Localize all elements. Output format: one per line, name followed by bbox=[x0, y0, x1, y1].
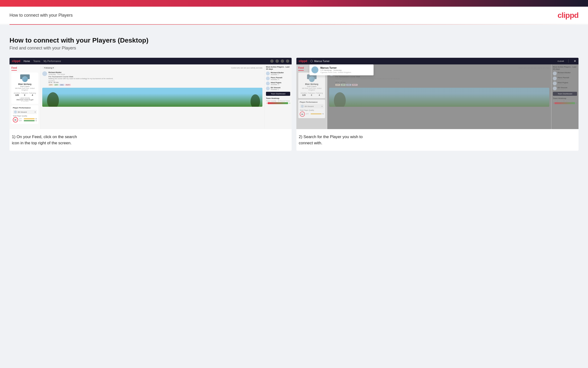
golf-image bbox=[42, 88, 263, 107]
activity-tags: OTT APP ARG PUTT bbox=[48, 84, 263, 86]
page-breadcrumb: How to connect with your Players bbox=[9, 13, 73, 18]
settings-icon[interactable] bbox=[281, 59, 284, 63]
profile-stats: Activities 129 Followers 3 Following 4 bbox=[13, 92, 36, 96]
mock-following-section: Following ▾ Control who can see your act… bbox=[42, 66, 263, 69]
following-btn[interactable]: Following ▾ bbox=[42, 66, 56, 69]
player-avatar-4 bbox=[266, 87, 270, 90]
player-avatar-1 bbox=[266, 72, 270, 75]
player-item-1: Richard Butler Activities: 7 bbox=[266, 72, 290, 75]
footer: Copyright Clippd 2022 bbox=[0, 364, 588, 368]
player-avatar-2 bbox=[266, 77, 270, 80]
mock-left-panel: Feed Blair McHarg Golf Coach Mil bbox=[9, 64, 40, 129]
tag-app: APP bbox=[54, 84, 59, 86]
activity-content: Richard Butler Yesterday · The Grove Pre… bbox=[48, 71, 263, 86]
activity-item: Richard Butler Yesterday · The Grove Pre… bbox=[42, 71, 263, 86]
most-active-title: Most Active Players - Last 30 days bbox=[266, 66, 290, 70]
player-select[interactable]: Eli Vincent ▾ bbox=[13, 110, 37, 114]
step1-text: 1) On your Feed, click on the searchicon… bbox=[9, 129, 292, 151]
activity-avatar bbox=[42, 71, 47, 76]
tag-arg: ARG bbox=[59, 84, 64, 86]
header: How to connect with your Players clippd bbox=[0, 7, 588, 24]
logo: clippd bbox=[558, 11, 579, 20]
search-dropdown: Marcus Turner 1-5 Handicap · Yesterday C… bbox=[309, 64, 374, 75]
mock-body-1: Feed Blair McHarg Golf Coach Mil bbox=[9, 64, 292, 129]
player-item-2: Piers Parnell Activities: 4 bbox=[266, 77, 290, 80]
mock-nav-home[interactable]: Home bbox=[24, 60, 30, 63]
tag-putt: PUTT bbox=[65, 84, 71, 86]
player-item-3: Hiral Pujara Activities: 3 bbox=[266, 82, 290, 85]
mock-logo-1: clippd bbox=[12, 59, 20, 63]
tag-ott: OTT bbox=[48, 84, 53, 86]
player-select-2[interactable]: Eli Vincent ▾ bbox=[300, 104, 324, 108]
control-link[interactable]: Control who can see your activity and da… bbox=[231, 67, 263, 69]
player-avatar-3 bbox=[266, 82, 270, 85]
close-btn[interactable]: ✕ bbox=[574, 59, 576, 63]
step1-label: 1) On your Feed, click on the searchicon… bbox=[12, 135, 77, 145]
mock-ui-1: clippd Home Teams My Performance F bbox=[9, 58, 292, 129]
search-result-item[interactable]: Marcus Turner 1-5 Handicap · Yesterday C… bbox=[311, 66, 372, 74]
mock-center-panel: Following ▾ Control who can see your act… bbox=[40, 64, 264, 129]
top-bar bbox=[0, 0, 588, 7]
mock-right-panel: Most Active Players - Last 30 days Richa… bbox=[264, 64, 292, 129]
profile-title: Golf Coach bbox=[13, 85, 36, 87]
page-subtitle: Find and connect with your Players bbox=[9, 46, 579, 51]
mock-profile-card: Blair McHarg Golf Coach Mill Ride Golf C… bbox=[11, 73, 38, 104]
heatmap-title: Team Heatmap bbox=[266, 97, 290, 99]
page-header: How to connect with your Players (Deskto… bbox=[9, 32, 579, 58]
step2-label: 2) Search for the Player you wish toconn… bbox=[299, 135, 363, 145]
mock-nav-perf[interactable]: My Performance bbox=[44, 60, 61, 63]
activity-meta: Yesterday · The Grove bbox=[48, 74, 263, 75]
player-perf-title: Player Performance bbox=[13, 107, 37, 109]
search-icon[interactable] bbox=[270, 59, 273, 63]
profile-icon[interactable] bbox=[286, 59, 289, 63]
screenshot-2: clippd Marcus Turner CLEAR ✕ bbox=[296, 58, 579, 151]
activity-desc: Walking the course with my coach to buil… bbox=[48, 78, 263, 79]
mock-nav-icons bbox=[270, 59, 289, 63]
page-title: How to connect with your Players (Deskto… bbox=[9, 37, 579, 44]
mock-right-panel-2: Most Active Players - Last 30 days Richa… bbox=[551, 64, 579, 129]
profile-club: Mill Ride Golf Club, United Kingdom bbox=[13, 87, 36, 91]
activity-title: Pre Tournament Course Walk bbox=[48, 76, 263, 78]
player-item-4: Eli Vincent Activities: 1 bbox=[266, 87, 290, 90]
team-dashboard-btn-2[interactable]: Team Dashboard bbox=[553, 92, 577, 96]
mock-player-perf: Player Performance Eli Vincent ▾ Total P… bbox=[11, 105, 38, 124]
mock-profile-card-2: Blair McHarg Golf Coach Mill Ride Golf C… bbox=[298, 73, 325, 98]
mock-player-perf-2: Player Performance Eli Vincent ▾ Total P… bbox=[298, 100, 325, 118]
search-input-bar: Marcus Turner CLEAR bbox=[310, 60, 564, 63]
activity-user: Richard Butler bbox=[48, 71, 263, 74]
mock-nav-1: clippd Home Teams My Performance bbox=[9, 58, 292, 64]
mock-nav-2: clippd Marcus Turner CLEAR ✕ bbox=[296, 58, 579, 64]
profile-name: Blair McHarg bbox=[13, 83, 36, 85]
mock-logo-2: clippd bbox=[299, 59, 307, 63]
mock-nav-teams[interactable]: Teams bbox=[33, 60, 40, 63]
step2-text: 2) Search for the Player you wish toconn… bbox=[296, 129, 579, 151]
screenshot-1: clippd Home Teams My Performance F bbox=[9, 58, 292, 151]
user-icon[interactable] bbox=[275, 59, 279, 63]
screenshots-grid: clippd Home Teams My Performance F bbox=[9, 58, 579, 151]
feed-tab-2[interactable]: Feed bbox=[298, 66, 304, 71]
main-content: How to connect with your Players (Deskto… bbox=[0, 25, 588, 364]
team-dashboard-btn[interactable]: Team Dashboard bbox=[266, 92, 290, 96]
clear-btn[interactable]: CLEAR bbox=[557, 60, 564, 62]
feed-tab-1[interactable]: Feed bbox=[11, 66, 17, 71]
mock-ui-2: clippd Marcus Turner CLEAR ✕ bbox=[296, 58, 579, 129]
